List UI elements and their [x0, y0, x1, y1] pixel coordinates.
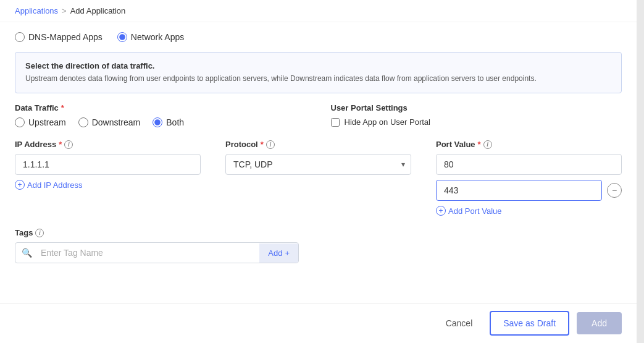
port-required: *: [478, 140, 481, 149]
port-value-label: Port Value * i: [436, 140, 622, 149]
port-value-input-2[interactable]: [436, 180, 602, 201]
app-type-group: DNS-Mapped Apps Network Apps: [0, 22, 637, 47]
minus-icon: −: [612, 185, 617, 195]
breadcrumb: Applications > Add Application: [0, 0, 637, 22]
breadcrumb-current: Add Application: [70, 6, 126, 15]
protocol-info-icon[interactable]: i: [266, 140, 275, 149]
add-port-icon: +: [436, 206, 446, 216]
data-traffic-options: Upstream Downstream Both: [15, 117, 306, 127]
form-area: Data Traffic * Upstream Downstream Both: [0, 103, 637, 303]
tags-search-row: 🔍 Add +: [15, 242, 299, 263]
hide-app-checkbox[interactable]: [331, 118, 340, 127]
data-traffic-row: Data Traffic * Upstream Downstream Both: [15, 103, 622, 127]
info-box: Select the direction of data traffic. Up…: [15, 52, 622, 93]
dns-mapped-label: DNS-Mapped Apps: [28, 32, 102, 42]
scrollbar-track: [637, 0, 644, 343]
add-ip-link[interactable]: + Add IP Address: [15, 180, 201, 190]
tags-section: Tags i 🔍 Add +: [15, 228, 622, 263]
dns-mapped-radio[interactable]: [15, 32, 25, 42]
port-value-row-2: −: [436, 180, 622, 201]
add-tag-plus-icon: +: [285, 248, 290, 258]
ip-required: *: [59, 140, 62, 149]
upstream-radio[interactable]: [15, 117, 25, 127]
downstream-label: Downstream: [92, 117, 141, 127]
both-radio[interactable]: [153, 117, 162, 127]
tags-label: Tags i: [15, 228, 622, 237]
port-value-input-1[interactable]: [436, 154, 622, 175]
protocol-select-wrapper: TCP, UDP TCP UDP ICMP ▾: [225, 154, 411, 175]
ip-info-icon[interactable]: i: [64, 140, 73, 149]
hide-app-row: Hide App on User Portal: [331, 117, 622, 127]
protocol-required: *: [261, 140, 264, 149]
ip-protocol-row: IP Address * i + Add IP Address Protocol…: [15, 140, 622, 216]
both-option[interactable]: Both: [153, 117, 184, 127]
save-draft-button[interactable]: Save as Draft: [490, 311, 569, 336]
add-button[interactable]: Add: [577, 312, 622, 334]
ip-address-input[interactable]: [15, 154, 201, 175]
footer: Cancel Save as Draft Add: [0, 303, 637, 343]
protocol-label: Protocol * i: [225, 140, 411, 149]
tags-search-icon: 🔍: [15, 243, 38, 263]
user-portal-label: User Portal Settings: [331, 103, 622, 112]
protocol-col: Protocol * i TCP, UDP TCP UDP ICMP ▾: [225, 140, 411, 216]
remove-port-button[interactable]: −: [607, 183, 622, 198]
add-tag-label: Add: [268, 248, 282, 258]
network-apps-label: Network Apps: [131, 32, 184, 42]
data-traffic-label: Data Traffic *: [15, 103, 306, 112]
protocol-select[interactable]: TCP, UDP TCP UDP ICMP: [225, 154, 411, 175]
info-box-description: Upstream denotes data flowing from user …: [25, 73, 611, 84]
dns-mapped-option[interactable]: DNS-Mapped Apps: [15, 32, 102, 42]
add-port-link[interactable]: + Add Port Value: [436, 206, 622, 216]
network-apps-radio[interactable]: [117, 32, 127, 42]
add-port-label: Add Port Value: [448, 206, 501, 216]
network-apps-option[interactable]: Network Apps: [117, 32, 184, 42]
tags-search-input[interactable]: [38, 243, 259, 263]
hide-app-label: Hide App on User Portal: [345, 117, 430, 127]
add-tag-button[interactable]: Add +: [259, 243, 298, 263]
downstream-option[interactable]: Downstream: [78, 117, 141, 127]
breadcrumb-separator: >: [62, 6, 67, 15]
downstream-radio[interactable]: [78, 117, 88, 127]
info-box-title: Select the direction of data traffic.: [25, 61, 611, 70]
add-ip-label: Add IP Address: [27, 180, 82, 190]
upstream-label: Upstream: [28, 117, 66, 127]
main-content: Applications > Add Application DNS-Mappe…: [0, 0, 637, 343]
both-label: Both: [166, 117, 184, 127]
data-traffic-col: Data Traffic * Upstream Downstream Both: [15, 103, 306, 127]
upstream-option[interactable]: Upstream: [15, 117, 66, 127]
ip-address-col: IP Address * i + Add IP Address: [15, 140, 201, 216]
data-traffic-required: *: [61, 103, 64, 112]
add-ip-icon: +: [15, 180, 25, 190]
port-info-icon[interactable]: i: [483, 140, 492, 149]
breadcrumb-applications[interactable]: Applications: [15, 6, 58, 15]
tags-info-icon[interactable]: i: [35, 229, 44, 237]
user-portal-col: User Portal Settings Hide App on User Po…: [331, 103, 622, 127]
port-value-col: Port Value * i − + Add Port Value: [436, 140, 622, 216]
ip-address-label: IP Address * i: [15, 140, 201, 149]
cancel-button[interactable]: Cancel: [436, 312, 483, 334]
